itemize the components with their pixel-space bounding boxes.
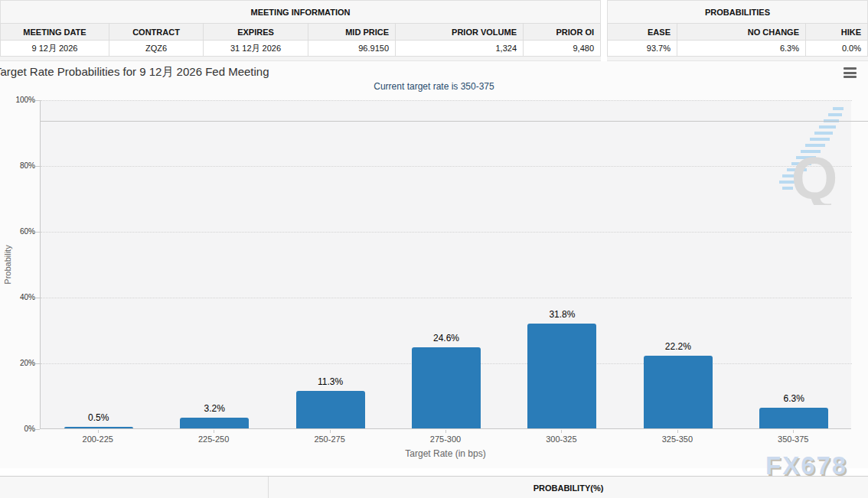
meeting-information-column-header: PRIOR VOLUME	[396, 24, 524, 41]
meeting-information-header-row: MEETING DATECONTRACTEXPIRESMID PRICEPRIO…	[0, 24, 601, 41]
meeting-information-table: MEETING INFORMATION MEETING DATECONTRACT…	[0, 0, 601, 61]
probabilities-header-row: EASENO CHANGEHIKE	[607, 24, 868, 41]
plot-area: 0.5%3.2%11.3%24.6%31.8%22.2%6.3%	[40, 100, 851, 429]
meeting-information-value-cell: 1,324	[396, 41, 524, 57]
meeting-information-value-cell: 9 12月 2026	[0, 41, 109, 57]
y-tick-label: 100%	[6, 96, 35, 104]
y-tick-mark	[35, 429, 40, 430]
probabilities-value-cell: 6.3%	[677, 41, 806, 57]
target-rate-probability-chart: Target Rate Probabilities for 9 12月 2026…	[0, 61, 868, 468]
meeting-information-column-header: PRIOR OI	[524, 24, 601, 41]
y-axis-title: Probability	[3, 245, 12, 284]
probability-bar[interactable]	[644, 356, 713, 428]
y-tick-mark	[35, 298, 40, 298]
meeting-information-column-header: CONTRACT	[109, 24, 204, 41]
y-tick-label: 20%	[6, 359, 35, 367]
x-tick-mark	[98, 430, 99, 433]
y-tick-label: 80%	[6, 161, 35, 170]
meeting-information-value-cell: 31 12月 2026	[204, 41, 308, 57]
meeting-information-value-cell: 9,480	[524, 41, 601, 57]
bar-value-label: 0.5%	[64, 412, 133, 423]
y-gridline	[41, 232, 852, 233]
y-gridline	[41, 166, 852, 167]
probabilities-column-header: NO CHANGE	[677, 24, 806, 41]
top-tables: MEETING INFORMATION MEETING DATECONTRACT…	[0, 0, 868, 61]
probability-bar[interactable]	[296, 391, 365, 428]
probabilities-value-row: 93.7%6.3%0.0%	[607, 41, 868, 57]
x-category-label: 250-275	[288, 435, 372, 444]
probability-bar[interactable]	[180, 418, 249, 428]
meeting-information-column-header: EXPIRES	[204, 24, 308, 41]
meeting-information-value-cell: 96.9150	[308, 41, 396, 57]
y-tick-mark	[35, 166, 40, 167]
x-tick-mark	[793, 430, 794, 433]
meeting-information-column-header: MEETING DATE	[0, 24, 109, 41]
probability-bar[interactable]	[759, 408, 828, 428]
bar-value-label: 3.2%	[180, 403, 249, 414]
x-category-label: 350-375	[751, 435, 835, 444]
meeting-information-column-header: MID PRICE	[308, 24, 396, 41]
bottom-probability-table: PROBABILITY(%)	[0, 476, 868, 498]
probabilities-table: PROBABILITIES EASENO CHANGEHIKE 93.7%6.3…	[607, 0, 868, 61]
probabilities-column-header: HIKE	[806, 24, 868, 41]
chart-title: Target Rate Probabilities for 9 12月 2026…	[0, 65, 269, 80]
probabilities-value-cell: 0.0%	[806, 41, 868, 57]
probabilities-value-cell: 93.7%	[607, 41, 677, 57]
x-tick-mark	[677, 430, 678, 433]
fedwatch-page: MEETING INFORMATION MEETING DATECONTRACT…	[0, 0, 868, 498]
x-tick-mark	[445, 430, 446, 433]
bar-value-label: 22.2%	[644, 341, 713, 352]
chart-subtitle: Current target rate is 350-375	[0, 81, 868, 92]
y-tick-mark	[35, 100, 40, 101]
y-gridline	[41, 298, 852, 298]
svg-text:Q: Q	[791, 145, 838, 205]
x-tick-mark	[561, 430, 562, 433]
hamburger-menu-icon[interactable]	[844, 67, 857, 78]
probability-bar[interactable]	[64, 427, 133, 428]
bar-value-label: 24.6%	[412, 333, 481, 343]
x-category-label: 325-350	[635, 435, 720, 444]
probabilities-column-header: EASE	[607, 24, 677, 41]
x-axis-title: Target Rate (in bps)	[40, 448, 851, 459]
meeting-information-value-cell: ZQZ6	[109, 41, 204, 57]
x-category-label: 275-300	[403, 435, 488, 444]
x-category-label: 200-225	[56, 435, 140, 444]
probabilities-title: PROBABILITIES	[607, 0, 868, 24]
reference-line	[40, 121, 868, 122]
probability-bar[interactable]	[412, 347, 481, 428]
meeting-information-title: MEETING INFORMATION	[0, 0, 601, 24]
y-tick-mark	[35, 232, 40, 233]
y-tick-label: 60%	[6, 227, 35, 236]
x-tick-mark	[330, 430, 331, 433]
bottom-table-spacer-cell	[0, 477, 269, 498]
probability-column-header: PROBABILITY(%)	[269, 477, 868, 498]
bar-value-label: 6.3%	[759, 393, 828, 404]
x-category-label: 225-250	[171, 435, 256, 444]
meeting-information-value-row: 9 12月 2026ZQZ631 12月 202696.91501,3249,4…	[0, 41, 601, 57]
y-tick-label: 0%	[6, 425, 35, 433]
bar-value-label: 31.8%	[527, 309, 596, 320]
y-gridline	[41, 100, 852, 101]
bar-value-label: 11.3%	[296, 376, 365, 387]
x-category-label: 300-325	[519, 435, 603, 444]
probability-bar[interactable]	[527, 324, 596, 428]
y-tick-mark	[35, 363, 40, 364]
y-tick-label: 40%	[6, 293, 35, 301]
x-tick-mark	[214, 430, 214, 433]
